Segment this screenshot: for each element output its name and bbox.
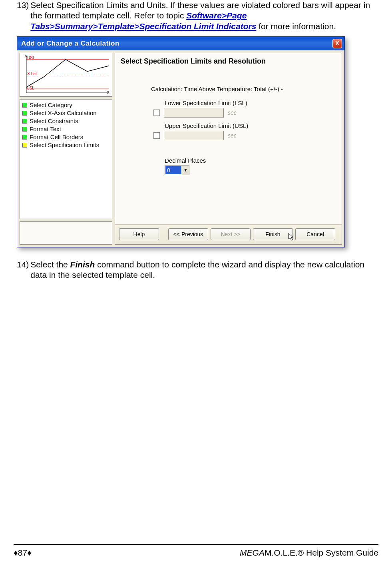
status-square-icon: [22, 127, 27, 132]
preview-xbar-label: X-bar: [27, 72, 37, 76]
preview-usl-label: USL: [27, 56, 35, 60]
lsl-input[interactable]: [164, 108, 224, 118]
step-13: 13) Select Specification Limits and Unit…: [17, 0, 377, 32]
wizard-step-item[interactable]: Format Cell Borders: [22, 133, 110, 141]
preview-lsl-label: LSL: [27, 86, 34, 90]
status-square-icon: [22, 111, 27, 116]
titlebar: Add or Change a Calculation X: [17, 37, 344, 50]
wizard-step-item[interactable]: Select X-Axis Calculation: [22, 109, 110, 117]
cancel-button[interactable]: Cancel: [295, 228, 335, 240]
wizard-step-label: Select X-Axis Calculation: [30, 110, 97, 117]
decimal-places-combo[interactable]: 0 ▼: [165, 165, 189, 175]
panel-heading: Select Specification Limits and Resoluti…: [115, 53, 342, 70]
button-row: Help << Previous Next >> Finish Cancel: [115, 224, 342, 244]
status-square-icon: [22, 103, 27, 108]
wizard-step-item[interactable]: Format Text: [22, 125, 110, 133]
diamond-icon: ♦: [27, 548, 32, 558]
usl-label: Upper Specification Limit (USL): [165, 122, 342, 129]
wizard-step-label: Select Specification Limits: [30, 141, 99, 149]
next-button: Next >>: [211, 228, 251, 240]
step-14-body: Select the Finish command button to comp…: [30, 259, 377, 281]
usl-unit: sec: [228, 132, 237, 139]
step-13-text-b: for more information.: [256, 22, 336, 31]
lsl-unit: sec: [228, 110, 237, 116]
axis-x-label: X: [107, 90, 109, 95]
page-footer: ♦87♦ MEGAM.O.L.E.® Help System Guide: [14, 548, 378, 558]
main-panel: Select Specification Limits and Resoluti…: [115, 53, 342, 245]
status-square-icon: [22, 135, 27, 140]
wizard-step-item[interactable]: Select Category: [22, 101, 110, 109]
wizard-step-list: Select Category Select X-Axis Calculatio…: [20, 99, 112, 219]
chart-preview: Y USL X-bar LSL X: [20, 53, 112, 97]
lsl-checkbox[interactable]: [153, 110, 160, 116]
wizard-step-item[interactable]: Select Specification Limits: [22, 141, 110, 149]
step-14-finish-word: Finish: [70, 260, 95, 269]
left-spacer-panel: [20, 221, 112, 245]
status-square-icon: [22, 119, 27, 124]
dialog-screenshot: Add or Change a Calculation X: [17, 36, 345, 247]
help-button[interactable]: Help: [119, 228, 159, 240]
step-14: 14) Select the Finish command button to …: [17, 259, 377, 281]
footer-brand-rest: M.O.L.E.® Help System Guide: [265, 548, 378, 557]
decimal-places-label: Decimal Places: [165, 157, 342, 164]
chevron-down-icon[interactable]: ▼: [182, 166, 189, 175]
usl-checkbox[interactable]: [153, 132, 160, 139]
step-13-body: Select Specification Limits and Units. I…: [30, 0, 377, 32]
usl-input[interactable]: [164, 131, 224, 140]
footer-guide-title: MEGAM.O.L.E.® Help System Guide: [240, 548, 378, 558]
step-14-text-a: Select the: [30, 260, 70, 269]
step-14-number: 14): [17, 259, 30, 281]
footer-rule: [14, 544, 378, 545]
decimal-places-value: 0: [165, 166, 181, 174]
wizard-step-label: Select Constraints: [30, 118, 78, 125]
finish-button[interactable]: Finish: [253, 228, 293, 240]
wizard-step-item[interactable]: Select Constraints: [22, 117, 110, 125]
close-icon[interactable]: X: [332, 39, 342, 48]
calculation-label: Calculation: Time Above Temperature: Tot…: [115, 70, 342, 95]
lsl-label: Lower Specification Limit (LSL): [165, 100, 342, 106]
dialog: Add or Change a Calculation X: [17, 36, 345, 247]
wizard-step-label: Format Text: [30, 126, 61, 133]
dialog-title: Add or Change a Calculation: [21, 40, 119, 48]
status-square-icon: [22, 143, 27, 147]
cursor-icon: [288, 233, 294, 241]
page-number: 87: [18, 548, 27, 558]
footer-page-number: ♦87♦: [14, 548, 32, 558]
step-13-number: 13): [17, 0, 30, 32]
wizard-step-label: Select Category: [30, 102, 72, 109]
wizard-step-label: Format Cell Borders: [30, 134, 83, 141]
footer-brand-italic: MEGA: [240, 548, 265, 557]
previous-button[interactable]: << Previous: [168, 228, 208, 240]
diamond-icon: ♦: [14, 548, 18, 558]
